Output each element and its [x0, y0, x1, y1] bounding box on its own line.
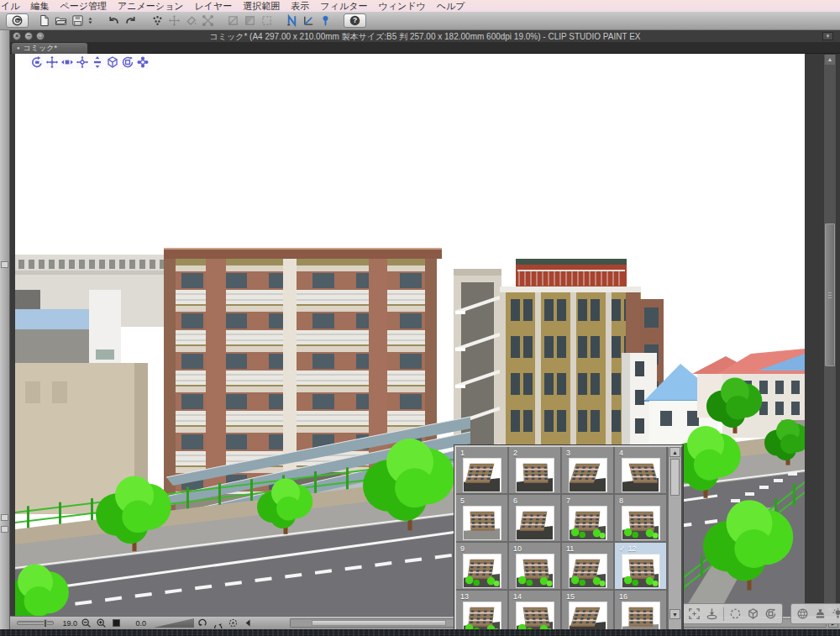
menu-item-7[interactable]: 表示 — [291, 0, 320, 12]
rotation-slider[interactable] — [154, 618, 194, 628]
stamp-button[interactable] — [812, 606, 828, 622]
camera-orbit-mode-button[interactable] — [763, 606, 779, 622]
blend-dots-button[interactable] — [149, 13, 165, 29]
selection-area-button[interactable] — [727, 606, 743, 622]
save-options-stepper[interactable] — [86, 13, 95, 29]
undo-button[interactable] — [105, 13, 122, 29]
preset-number: 16 — [615, 591, 666, 601]
menu-item-6[interactable]: 選択範囲 — [243, 0, 291, 12]
drop-to-ground-button[interactable] — [704, 606, 720, 622]
divider — [723, 607, 724, 621]
redo-button[interactable] — [122, 13, 139, 29]
object-mode-button[interactable] — [745, 606, 761, 622]
object-move-button — [165, 13, 182, 29]
camera-preset-2[interactable]: 2 — [509, 447, 562, 495]
preset-thumb-image — [517, 555, 554, 587]
object-snap-icon[interactable] — [135, 55, 150, 69]
camera-preset-10[interactable]: 10 — [509, 543, 562, 591]
reset-rotation-button[interactable] — [226, 618, 239, 629]
command-bar: ? — [0, 12, 840, 30]
tab-label: コミック* — [24, 43, 57, 54]
menu-item-4[interactable]: アニメーション — [118, 0, 195, 12]
preset-number: 8 — [615, 495, 666, 505]
object-vertical-move-icon[interactable] — [90, 55, 104, 69]
camera-preset-3[interactable]: 3 — [562, 447, 615, 495]
camera-preset-5[interactable]: 5 — [456, 495, 509, 543]
camera-preset-7[interactable]: 7 — [562, 495, 615, 543]
zoom-out-button[interactable] — [79, 618, 92, 629]
menu-item-3[interactable]: ページ管理 — [60, 0, 118, 12]
camera-preset-15[interactable]: 15 — [562, 591, 615, 629]
camera-preset-1[interactable]: 1 — [456, 447, 509, 495]
camera-preset-12[interactable]: ✓12 — [615, 543, 668, 591]
selection-fill-button — [241, 13, 258, 29]
new-canvas-button[interactable] — [35, 13, 52, 29]
rotate-ccw-button[interactable] — [196, 618, 209, 629]
vertical-scrollbar[interactable]: ▲ ▼ — [823, 54, 837, 616]
object-move-icon[interactable] — [75, 55, 89, 69]
palette-edge-button[interactable] — [1, 261, 8, 268]
camera-preset-panel: 1234567891011✓1213141516 ▲ ▼ — [454, 445, 683, 629]
camera-preset-9[interactable]: 9 — [456, 543, 509, 591]
zoom-in-button[interactable] — [94, 618, 108, 629]
menu-item-9[interactable]: ウィンドウ — [378, 0, 436, 12]
camera-preset-8[interactable]: 8 — [615, 495, 668, 543]
palette-edge-button[interactable] — [1, 526, 8, 533]
canvas-3d-view[interactable] — [15, 54, 805, 616]
open-file-button[interactable] — [52, 13, 69, 29]
camera-preset-14[interactable]: 14 — [509, 591, 562, 629]
help-button[interactable]: ? — [344, 13, 366, 28]
scroll-down-icon[interactable]: ▼ — [669, 609, 680, 619]
scroll-up-icon[interactable]: ▲ — [825, 55, 835, 65]
back-view-button[interactable] — [241, 618, 255, 629]
material-sphere-button[interactable] — [795, 606, 811, 622]
fit-to-view-button[interactable] — [686, 606, 702, 622]
camera-dolly-icon[interactable] — [60, 55, 74, 69]
fit-to-screen-button[interactable] — [109, 618, 123, 629]
camera-preset-11[interactable]: 11 — [562, 543, 615, 591]
window-menu-caret[interactable]: ▼ — [822, 32, 833, 40]
tab-bar: ● コミック* — [10, 42, 840, 54]
preset-thumbnail — [463, 506, 501, 540]
menu-item-5[interactable]: レイヤー — [195, 0, 244, 12]
snap-to-special-ruler-button[interactable] — [300, 13, 317, 29]
preset-thumbnail — [569, 554, 607, 588]
tab-comic[interactable]: ● コミック* — [12, 43, 87, 54]
preset-thumbnail — [516, 458, 554, 492]
preset-thumb-image — [622, 555, 659, 587]
zoom-slider[interactable] — [17, 621, 54, 625]
palette-edge-button[interactable] — [1, 514, 8, 521]
camera-preset-6[interactable]: 6 — [509, 495, 562, 543]
fill-button — [182, 13, 199, 29]
preset-panel-scrollbar[interactable]: ▲ ▼ — [668, 447, 681, 629]
camera-preset-16[interactable]: 16 — [615, 591, 668, 629]
3d-apartment-scene — [15, 54, 805, 616]
object-toolbar-group — [790, 603, 840, 624]
scroll-up-icon[interactable]: ▲ — [669, 447, 680, 457]
clip-studio-button[interactable] — [6, 13, 29, 28]
save-file-button[interactable] — [69, 13, 86, 29]
menu-item-10[interactable]: ヘルプ — [437, 0, 476, 12]
menu-item-2[interactable]: 編集 — [31, 0, 60, 12]
object-rotate-y-icon[interactable] — [120, 55, 134, 69]
snap-to-ruler-button[interactable] — [283, 13, 300, 29]
snap-to-grid-button[interactable] — [317, 13, 333, 29]
menu-item-8[interactable]: フィルター — [320, 0, 378, 12]
horizontal-scroll-thumb[interactable] — [312, 620, 446, 626]
check-icon: ✓ — [619, 544, 626, 553]
camera-preset-4[interactable]: 4 — [615, 447, 668, 495]
zoom-slider-thumb[interactable] — [44, 619, 47, 628]
object-rotate-3d-icon[interactable] — [105, 55, 119, 69]
camera-rotate-icon[interactable] — [29, 55, 44, 69]
camera-preset-13[interactable]: 13 — [456, 591, 509, 629]
vertical-scroll-thumb[interactable] — [825, 223, 835, 366]
menu-item-1[interactable]: イル — [1, 0, 31, 12]
preset-number: 1 — [456, 447, 507, 457]
preset-thumb-image — [464, 602, 501, 629]
camera-pan-icon[interactable] — [45, 55, 59, 69]
preset-number: 2 — [509, 447, 560, 457]
preset-scroll-thumb[interactable] — [670, 459, 680, 496]
preset-thumbnail — [622, 506, 660, 540]
light-source-button[interactable] — [830, 606, 840, 622]
rotate-cw-button[interactable] — [211, 618, 224, 629]
